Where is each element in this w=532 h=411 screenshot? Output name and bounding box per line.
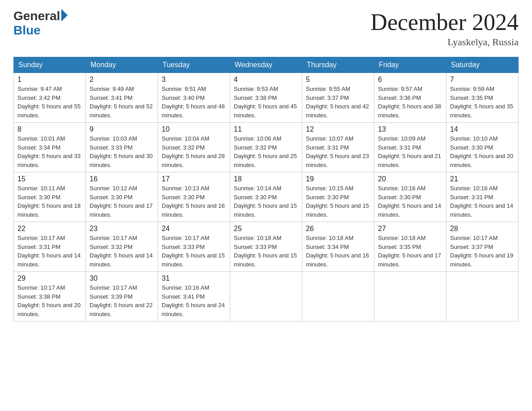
day-number: 30 [90,274,154,283]
day-number: 4 [234,76,298,84]
day-info: Sunrise: 9:59 AMSunset: 3:35 PMDaylight:… [450,85,515,120]
calendar-day-header: Tuesday [158,57,230,73]
day-info: Sunrise: 10:16 AMSunset: 3:41 PMDaylight… [162,283,226,318]
calendar-table: SundayMondayTuesdayWednesdayThursdayFrid… [13,57,519,321]
day-number: 17 [162,175,226,183]
calendar-cell: 13Sunrise: 10:09 AMSunset: 3:31 PMDaylig… [374,123,446,172]
day-number: 2 [90,76,154,84]
day-info: Sunrise: 9:57 AMSunset: 3:36 PMDaylight:… [378,85,442,120]
day-info: Sunrise: 10:07 AMSunset: 3:31 PMDaylight… [306,134,370,169]
calendar-cell: 8Sunrise: 10:01 AMSunset: 3:34 PMDayligh… [14,123,86,172]
day-info: Sunrise: 10:17 AMSunset: 3:38 PMDaylight… [17,283,82,318]
calendar-cell: 20Sunrise: 10:16 AMSunset: 3:30 PMDaylig… [374,172,446,222]
calendar-cell [230,272,302,321]
day-info: Sunrise: 10:11 AMSunset: 3:30 PMDaylight… [17,184,82,219]
calendar-cell: 26Sunrise: 10:18 AMSunset: 3:34 PMDaylig… [302,222,374,272]
calendar-cell: 18Sunrise: 10:14 AMSunset: 3:30 PMDaylig… [230,172,302,222]
day-info: Sunrise: 10:12 AMSunset: 3:30 PMDaylight… [90,184,154,219]
logo: General Blue [13,9,68,38]
day-number: 28 [450,225,515,233]
day-number: 27 [378,225,442,233]
day-number: 20 [378,175,442,183]
calendar-cell: 24Sunrise: 10:17 AMSunset: 3:33 PMDaylig… [158,222,230,272]
day-number: 6 [378,76,442,84]
calendar-day-header: Friday [374,57,446,73]
day-number: 23 [90,225,154,233]
day-info: Sunrise: 10:16 AMSunset: 3:30 PMDaylight… [378,184,442,219]
day-number: 11 [234,125,298,133]
calendar-week-row: 15Sunrise: 10:11 AMSunset: 3:30 PMDaylig… [14,172,519,222]
day-number: 10 [162,125,226,133]
calendar-day-header: Monday [86,57,158,73]
calendar-header-row: SundayMondayTuesdayWednesdayThursdayFrid… [14,57,519,73]
calendar-cell: 5Sunrise: 9:55 AMSunset: 3:37 PMDaylight… [302,73,374,123]
calendar-cell: 30Sunrise: 10:17 AMSunset: 3:39 PMDaylig… [86,272,158,321]
page-header: General Blue December 2024 Lyaskelya, Ru… [13,9,519,48]
calendar-cell: 16Sunrise: 10:12 AMSunset: 3:30 PMDaylig… [86,172,158,222]
day-info: Sunrise: 10:13 AMSunset: 3:30 PMDaylight… [162,184,226,219]
day-number: 7 [450,76,515,84]
calendar-cell: 31Sunrise: 10:16 AMSunset: 3:41 PMDaylig… [158,272,230,321]
calendar-week-row: 8Sunrise: 10:01 AMSunset: 3:34 PMDayligh… [14,123,519,172]
day-info: Sunrise: 10:10 AMSunset: 3:30 PMDaylight… [450,134,515,169]
calendar-cell: 11Sunrise: 10:06 AMSunset: 3:32 PMDaylig… [230,123,302,172]
calendar-cell [446,272,519,321]
calendar-cell: 10Sunrise: 10:04 AMSunset: 3:32 PMDaylig… [158,123,230,172]
day-number: 14 [450,125,515,133]
day-number: 29 [17,274,82,283]
calendar-cell: 28Sunrise: 10:17 AMSunset: 3:37 PMDaylig… [446,222,519,272]
calendar-day-header: Thursday [302,57,374,73]
calendar-cell: 4Sunrise: 9:53 AMSunset: 3:38 PMDaylight… [230,73,302,123]
calendar-cell [374,272,446,321]
logo-blue-text: Blue [13,23,41,38]
day-info: Sunrise: 10:18 AMSunset: 3:34 PMDaylight… [306,234,370,269]
calendar-cell: 7Sunrise: 9:59 AMSunset: 3:35 PMDaylight… [446,73,519,123]
calendar-cell: 21Sunrise: 10:16 AMSunset: 3:31 PMDaylig… [446,172,519,222]
day-number: 24 [162,225,226,233]
day-number: 26 [306,225,370,233]
day-info: Sunrise: 10:15 AMSunset: 3:30 PMDaylight… [306,184,370,219]
day-info: Sunrise: 10:03 AMSunset: 3:33 PMDaylight… [90,134,154,169]
calendar-cell: 19Sunrise: 10:15 AMSunset: 3:30 PMDaylig… [302,172,374,222]
logo-general-text: General [13,9,60,23]
calendar-day-header: Saturday [446,57,519,73]
day-info: Sunrise: 10:17 AMSunset: 3:33 PMDaylight… [162,234,226,269]
day-info: Sunrise: 10:17 AMSunset: 3:39 PMDaylight… [90,283,154,318]
calendar-week-row: 29Sunrise: 10:17 AMSunset: 3:38 PMDaylig… [14,272,519,321]
logo-arrow-icon [61,9,68,21]
day-number: 5 [306,76,370,84]
day-info: Sunrise: 9:47 AMSunset: 3:42 PMDaylight:… [17,85,82,120]
day-number: 16 [90,175,154,183]
day-info: Sunrise: 9:51 AMSunset: 3:40 PMDaylight:… [162,85,226,120]
calendar-cell: 15Sunrise: 10:11 AMSunset: 3:30 PMDaylig… [14,172,86,222]
day-number: 18 [234,175,298,183]
day-info: Sunrise: 10:06 AMSunset: 3:32 PMDaylight… [234,134,298,169]
location-label: Lyaskelya, Russia [370,36,519,48]
day-number: 3 [162,76,226,84]
day-info: Sunrise: 10:17 AMSunset: 3:31 PMDaylight… [17,234,82,269]
calendar-day-header: Wednesday [230,57,302,73]
calendar-cell: 9Sunrise: 10:03 AMSunset: 3:33 PMDayligh… [86,123,158,172]
day-number: 1 [17,76,82,84]
day-number: 19 [306,175,370,183]
calendar-cell: 14Sunrise: 10:10 AMSunset: 3:30 PMDaylig… [446,123,519,172]
calendar-cell [302,272,374,321]
month-title: December 2024 [370,9,519,35]
day-info: Sunrise: 10:18 AMSunset: 3:33 PMDaylight… [234,234,298,269]
day-info: Sunrise: 10:16 AMSunset: 3:31 PMDaylight… [450,184,515,219]
calendar-week-row: 22Sunrise: 10:17 AMSunset: 3:31 PMDaylig… [14,222,519,272]
calendar-cell: 22Sunrise: 10:17 AMSunset: 3:31 PMDaylig… [14,222,86,272]
calendar-cell: 17Sunrise: 10:13 AMSunset: 3:30 PMDaylig… [158,172,230,222]
day-number: 25 [234,225,298,233]
calendar-cell: 1Sunrise: 9:47 AMSunset: 3:42 PMDaylight… [14,73,86,123]
day-info: Sunrise: 10:14 AMSunset: 3:30 PMDaylight… [234,184,298,219]
calendar-cell: 3Sunrise: 9:51 AMSunset: 3:40 PMDaylight… [158,73,230,123]
day-info: Sunrise: 9:55 AMSunset: 3:37 PMDaylight:… [306,85,370,120]
day-info: Sunrise: 10:17 AMSunset: 3:32 PMDaylight… [90,234,154,269]
calendar-week-row: 1Sunrise: 9:47 AMSunset: 3:42 PMDaylight… [14,73,519,123]
day-info: Sunrise: 10:01 AMSunset: 3:34 PMDaylight… [17,134,82,169]
day-number: 22 [17,225,82,233]
day-info: Sunrise: 10:09 AMSunset: 3:31 PMDaylight… [378,134,442,169]
day-number: 9 [90,125,154,133]
day-info: Sunrise: 10:18 AMSunset: 3:35 PMDaylight… [378,234,442,269]
